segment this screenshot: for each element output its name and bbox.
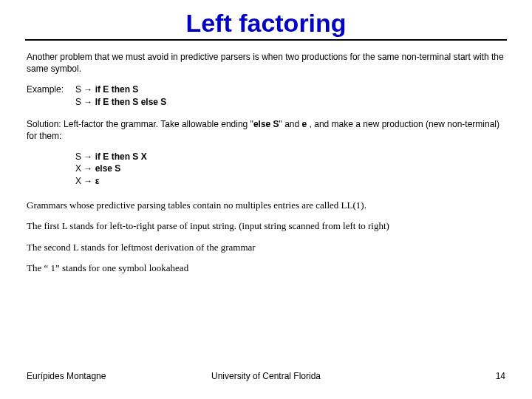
sol-c: " and <box>279 119 302 129</box>
ll1-note-4: The “ 1” stands for one symbol lookahead <box>27 262 505 275</box>
prod2-line-2: X → else S <box>75 163 505 174</box>
p2l3-bold: ε <box>95 176 100 186</box>
p2l2-pre: X → <box>75 163 95 174</box>
slide-body: Another problem that we must avoid in pr… <box>27 51 505 275</box>
example-block: Example: S → if E then S S → If E then S… <box>27 83 505 107</box>
p2l1-bold: if E then S X <box>95 151 147 162</box>
ll1-notes: Grammars whose predictive parsing tables… <box>27 199 505 275</box>
sol-b: else S <box>253 119 279 129</box>
p2l1-pre: S → <box>75 151 95 162</box>
solution-paragraph: Solution: Left-factor the grammar. Take … <box>27 118 505 142</box>
p2l2-bold: else S <box>95 163 121 174</box>
example-productions: S → if E then S S → If E then S else S <box>75 83 166 107</box>
p2l3-pre: X → <box>75 176 95 186</box>
ll1-note-2: The first L stands for left-to-right par… <box>27 219 505 233</box>
title-rule <box>25 39 507 41</box>
prod2-line-3: X → ε <box>75 175 505 187</box>
footer-affiliation: University of Central Florida <box>27 371 505 381</box>
sol-a: Solution: Left-factor the grammar. Take … <box>27 119 253 129</box>
ex1-bold: if E then S <box>95 84 139 95</box>
prod2-line-1: S → if E then S X <box>75 151 505 163</box>
ex2-bold: If E then S else S <box>95 97 167 107</box>
example-label: Example: <box>27 83 71 107</box>
ex1-pre: S → <box>75 84 95 95</box>
example-line-1: S → if E then S <box>75 83 166 95</box>
ll1-note-3: The second L stands for leftmost derivat… <box>27 241 505 254</box>
ex2-pre: S → <box>75 97 95 107</box>
slide-footer: Eurípides Montagne University of Central… <box>27 371 505 381</box>
slide-title: Left factoring <box>27 9 505 38</box>
intro-paragraph: Another problem that we must avoid in pr… <box>27 51 505 75</box>
factored-productions: S → if E then S X X → else S X → ε <box>75 151 505 187</box>
ll1-note-1: Grammars whose predictive parsing tables… <box>27 199 505 212</box>
example-line-2: S → If E then S else S <box>75 96 166 108</box>
